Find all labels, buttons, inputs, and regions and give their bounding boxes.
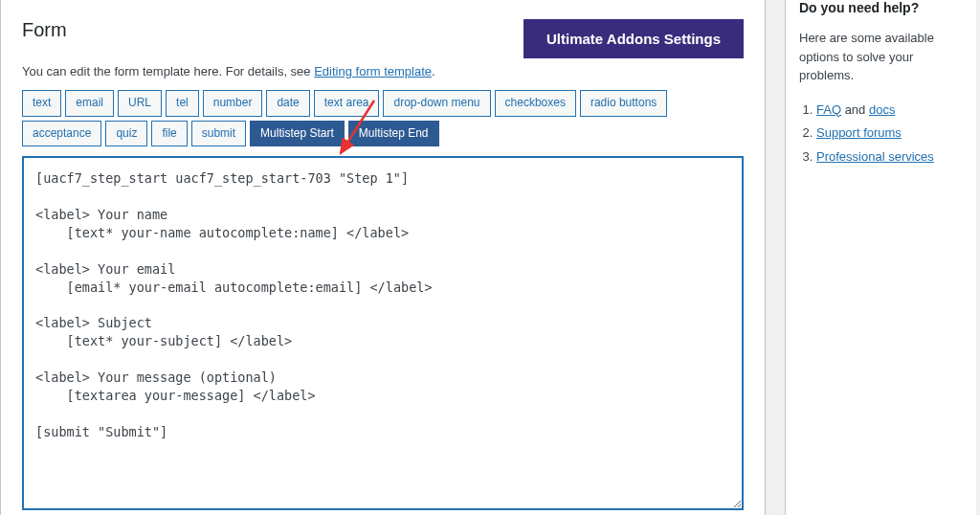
tag-url-button[interactable]: URL xyxy=(118,90,162,117)
ultimate-addons-settings-button[interactable]: Ultimate Addons Settings xyxy=(523,19,744,58)
subtitle-suffix: . xyxy=(432,64,435,78)
docs-link[interactable]: docs xyxy=(869,102,895,117)
editing-form-template-link[interactable]: Editing form template xyxy=(314,64,432,78)
help-desc: Here are some available options to solve… xyxy=(799,29,963,85)
tag-button-row: textemailURLtelnumberdatetext areadrop-d… xyxy=(22,90,744,146)
tag-acceptance-button[interactable]: acceptance xyxy=(22,121,101,147)
tag-file-button[interactable]: file xyxy=(151,121,187,147)
help-panel: Do you need help? Here are some availabl… xyxy=(785,0,976,515)
form-title: Form xyxy=(22,19,67,41)
help-title: Do you need help? xyxy=(799,0,963,15)
form-template-textarea[interactable] xyxy=(22,156,744,510)
tag-quiz-button[interactable]: quiz xyxy=(105,121,147,147)
tag-multistep-end-button[interactable]: Multistep End xyxy=(348,121,439,147)
tag-radio-buttons-button[interactable]: radio buttons xyxy=(580,90,667,117)
tag-text-area-button[interactable]: text area xyxy=(314,90,380,117)
tag-multistep-start-button[interactable]: Multistep Start xyxy=(250,121,345,147)
professional-services-link[interactable]: Professional services xyxy=(816,149,934,164)
tag-date-button[interactable]: date xyxy=(266,90,309,117)
tag-drop-down-menu-button[interactable]: drop-down menu xyxy=(383,90,490,117)
tag-submit-button[interactable]: submit xyxy=(191,121,246,147)
tag-number-button[interactable]: number xyxy=(203,90,263,117)
form-subtitle: You can edit the form template here. For… xyxy=(22,64,744,78)
tag-text-button[interactable]: text xyxy=(22,90,61,117)
form-editor-panel: Form Ultimate Addons Settings You can ed… xyxy=(0,0,766,515)
help-item-faq-docs: FAQ and docs xyxy=(816,99,963,123)
tag-tel-button[interactable]: tel xyxy=(166,90,199,117)
faq-link[interactable]: FAQ xyxy=(816,102,841,117)
help-item-support: Support forums xyxy=(816,122,963,146)
tag-email-button[interactable]: email xyxy=(65,90,114,117)
support-forums-link[interactable]: Support forums xyxy=(816,125,902,140)
tag-checkboxes-button[interactable]: checkboxes xyxy=(495,90,576,117)
subtitle-prefix: You can edit the form template here. For… xyxy=(22,64,314,78)
help-list: FAQ and docs Support forums Professional… xyxy=(799,99,963,169)
help-item-professional: Professional services xyxy=(816,146,963,169)
